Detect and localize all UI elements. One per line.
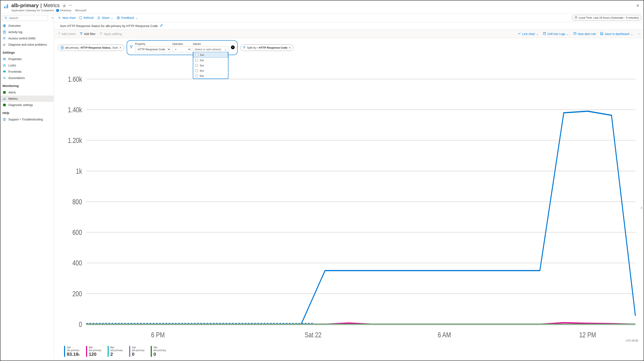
drill-logs-button[interactable]: Drill into Logs ⌄ bbox=[541, 31, 571, 37]
add-filter-button[interactable]: Add filter bbox=[78, 31, 98, 37]
filter-values-select[interactable]: Select or add value(s) ⌄ bbox=[193, 46, 228, 52]
assoc-icon bbox=[2, 76, 6, 80]
sidebar-item-frontends[interactable]: Frontends bbox=[0, 69, 54, 75]
label-property: Property bbox=[135, 42, 171, 46]
sidebar-item-diagnostic-settings[interactable]: Diagnostic settings bbox=[0, 102, 54, 108]
checkbox-5xx[interactable] bbox=[195, 75, 198, 77]
svg-text:1.40k: 1.40k bbox=[68, 106, 82, 114]
checkbox-1xx[interactable] bbox=[196, 54, 198, 56]
sidebar-item-diagnose-and-solve-problems[interactable]: Diagnose and solve problems bbox=[0, 42, 54, 48]
svg-point-38 bbox=[100, 33, 101, 33]
filter-icon bbox=[80, 32, 83, 36]
chart-more-button[interactable]: ⋯ bbox=[635, 31, 642, 37]
logs-icon bbox=[543, 32, 546, 36]
new-alert-button[interactable]: New alert rule bbox=[571, 31, 598, 37]
chart-title-row: Sum HTTP Response Status for alb-primary… bbox=[54, 22, 644, 30]
legend-item-2xx[interactable]: 2xxalb-primary83.18k bbox=[64, 346, 80, 357]
svg-point-11 bbox=[5, 38, 6, 38]
props-icon bbox=[2, 57, 6, 61]
collapse-sidebar-button[interactable]: « bbox=[50, 16, 54, 19]
chart-type-button[interactable]: Line chart ⌄ bbox=[516, 31, 541, 37]
sidebar-item-support-troubleshooting[interactable]: Support + Troubleshooting bbox=[0, 116, 54, 123]
checkbox-3xx[interactable] bbox=[195, 64, 198, 67]
sidebar-search[interactable] bbox=[2, 15, 48, 21]
checkbox-2xx[interactable] bbox=[195, 59, 198, 62]
edit-title-button[interactable] bbox=[160, 24, 163, 28]
add-metric-button[interactable]: Add metric bbox=[55, 31, 78, 37]
metric-pill[interactable]: alb-primary, HTTP Response Status, Sum ✕ bbox=[58, 45, 124, 51]
svg-text:6 PM: 6 PM bbox=[151, 331, 165, 339]
chevron-down-icon: ⌄ bbox=[136, 16, 138, 20]
checkbox-4xx[interactable] bbox=[195, 69, 198, 72]
apply-splitting-button[interactable]: Apply splitting bbox=[98, 31, 124, 37]
svg-text:12 PM: 12 PM bbox=[579, 331, 596, 339]
svg-rect-22 bbox=[3, 91, 6, 94]
filter-option-2xx[interactable]: 2xx bbox=[193, 58, 228, 63]
sidebar-item-label: Frontends bbox=[8, 70, 22, 73]
scroll-right-button[interactable] bbox=[638, 205, 644, 212]
time-range-selector[interactable]: Local Time: Last 24 hours (Automatic - 5… bbox=[572, 15, 642, 21]
close-blade-button[interactable]: ✕ bbox=[636, 3, 640, 9]
query-pills-row: alb-primary, HTTP Response Status, Sum ✕… bbox=[54, 39, 644, 56]
filter-option-5xx[interactable]: 5xx bbox=[193, 73, 228, 79]
new-chart-button[interactable]: New chart bbox=[56, 15, 77, 20]
legend-item-5xx[interactable]: 5xxalb-primary2 bbox=[108, 346, 123, 357]
directory-info[interactable]: i Directory: Microsoft bbox=[56, 9, 86, 12]
more-menu-icon[interactable]: ⋯ bbox=[68, 3, 73, 7]
filter-property-select[interactable]: HTTP Response Code bbox=[135, 46, 171, 52]
sidebar-item-label: Locks bbox=[8, 64, 16, 67]
collapse-chevron-icon[interactable] bbox=[52, 103, 54, 107]
sidebar-item-associations[interactable]: Associations bbox=[0, 75, 54, 81]
sidebar-item-locks[interactable]: Locks bbox=[0, 62, 54, 69]
legend-item-1xx[interactable]: 1xxalb-primary0 bbox=[129, 346, 144, 357]
chevron-down-icon: ⌄ bbox=[224, 48, 226, 51]
chevron-down-icon: ⌄ bbox=[111, 16, 113, 20]
sidebar-item-properties[interactable]: Properties bbox=[0, 56, 54, 62]
sidebar-item-label: Metrics bbox=[8, 97, 18, 100]
page-title: alb-primary | Metrics ☆ ⋯ bbox=[11, 3, 86, 8]
sidebar-item-access-control-iam-[interactable]: Access control (IAM) bbox=[0, 35, 54, 42]
chevron-down-icon: ⌄ bbox=[566, 32, 569, 36]
svg-text:Sat 22: Sat 22 bbox=[304, 331, 321, 339]
feedback-button[interactable]: Feedback ⌄ bbox=[115, 15, 140, 20]
sidebar-section-settings: Settings bbox=[0, 49, 54, 55]
remove-filter-button[interactable]: ✕ bbox=[231, 46, 235, 49]
share-button[interactable]: Share ⌄ bbox=[96, 15, 115, 20]
svg-text:1k: 1k bbox=[76, 167, 82, 175]
svg-marker-44 bbox=[130, 46, 132, 48]
sidebar-item-label: Properties bbox=[8, 57, 22, 61]
search-input[interactable] bbox=[8, 16, 46, 20]
svg-point-17 bbox=[5, 58, 6, 59]
legend-item-4xx[interactable]: 4xxalb-primary120 bbox=[86, 346, 101, 357]
chevron-down-icon: ⌄ bbox=[630, 32, 633, 36]
filter-option-1xx[interactable]: 1xx bbox=[193, 52, 228, 58]
svg-point-45 bbox=[243, 46, 244, 47]
svg-rect-23 bbox=[3, 99, 4, 100]
split-by-pill[interactable]: Split by = HTTP Response Code ✕ bbox=[240, 45, 294, 51]
chart-area[interactable]: 02004006008001k1.20k1.40k1.60k6 PMSat 22… bbox=[60, 57, 641, 344]
svg-point-46 bbox=[245, 46, 245, 47]
refresh-button[interactable]: Refresh bbox=[77, 15, 96, 20]
filter-option-3xx[interactable]: 3xx bbox=[193, 63, 228, 68]
sidebar-item-alerts[interactable]: Alerts bbox=[0, 89, 54, 96]
svg-point-16 bbox=[4, 59, 5, 60]
legend-item-3xx[interactable]: 3xxalb-primary0 bbox=[151, 346, 166, 357]
metrics-icon bbox=[2, 97, 6, 100]
sidebar-item-activity-log[interactable]: Activity log bbox=[0, 29, 54, 35]
remove-metric-button[interactable]: ✕ bbox=[119, 46, 122, 49]
sidebar-item-overview[interactable]: Overview bbox=[0, 23, 54, 29]
access-icon bbox=[2, 37, 6, 40]
filter-operator-select[interactable]: = bbox=[172, 46, 191, 52]
favorite-star-icon[interactable]: ☆ bbox=[62, 4, 66, 8]
remove-split-button[interactable]: ✕ bbox=[289, 46, 291, 49]
save-dashboard-button[interactable]: Save to dashboard ⌄ bbox=[598, 31, 635, 37]
sidebar-item-metrics[interactable]: Metrics bbox=[0, 96, 54, 102]
plus-icon bbox=[58, 16, 61, 20]
sidebar-item-label: Access control (IAM) bbox=[8, 37, 36, 40]
svg-point-39 bbox=[102, 33, 102, 33]
chevron-down-icon: ⌄ bbox=[536, 32, 539, 36]
svg-rect-0 bbox=[4, 7, 5, 8]
scope-icon bbox=[60, 46, 64, 50]
svg-text:600: 600 bbox=[72, 228, 82, 236]
filter-option-4xx[interactable]: 4xx bbox=[193, 68, 228, 73]
